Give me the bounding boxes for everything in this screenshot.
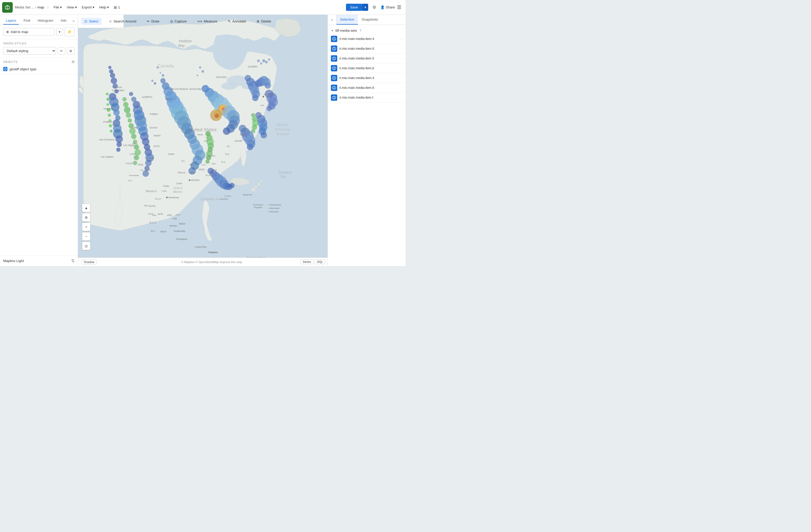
tiff-count: 7 [359, 29, 361, 32]
svg-text:CHIM.: CHIM. [163, 185, 170, 187]
sidebar-right-collapse-button[interactable]: » [328, 15, 336, 25]
saved-styles-select[interactable]: Default styling [3, 47, 56, 55]
svg-text:WYO.: WYO. [154, 145, 160, 147]
svg-text:MAINE: MAINE [235, 140, 242, 142]
svg-point-187 [133, 161, 137, 165]
svg-point-173 [265, 61, 268, 63]
svg-text:• Guadeloupe: • Guadeloupe [268, 204, 281, 206]
media-item-1[interactable]: ri.mio.main.media-item.6 [328, 44, 406, 54]
media-item-3[interactable]: ri.mio.main.media-item.b [328, 63, 406, 73]
timeline-button[interactable]: Timeline [81, 260, 97, 264]
breadcrumb-current: map [37, 5, 44, 9]
sidebar-right: » Selection Snapshots ▼ tiff-media-sets … [327, 15, 406, 266]
svg-text:IOWA: IOWA [168, 153, 174, 155]
tab-snapshots[interactable]: Snapshots [358, 15, 381, 25]
sidebar-collapse-button[interactable]: » [73, 19, 75, 23]
svg-text:Ocean: Ocean [276, 132, 289, 136]
object-item-geotiff[interactable]: geotiff object type [3, 66, 75, 72]
zoom-in-button[interactable]: + [82, 223, 90, 231]
tab-layers[interactable]: Layers [3, 17, 19, 25]
svg-point-62 [113, 109, 120, 116]
svg-text:Costa Rica: Costa Rica [195, 246, 206, 248]
media-item-2[interactable]: ri.mio.main.media-item.5 . [328, 54, 406, 63]
media-item-name-0: ri.mio.main.media-item.4 [339, 37, 397, 41]
tiff-header[interactable]: ▼ tiff-media-sets 7 [328, 27, 406, 34]
lightning-button[interactable]: ⚡ [64, 28, 75, 36]
svg-text:Los Angeles: Los Angeles [101, 155, 114, 158]
layers-count-btn[interactable]: ⊞ 1 [112, 4, 122, 11]
select-tool[interactable]: ⊡ Select [81, 18, 102, 25]
save-button[interactable]: Save [346, 4, 362, 11]
view-menu[interactable]: View ▾ [64, 4, 79, 10]
objects-filter-button[interactable]: ⊞ [72, 60, 75, 64]
svg-point-170 [257, 60, 260, 62]
svg-text:Calgary: Calgary [150, 113, 158, 115]
oql-button[interactable]: OQL [315, 260, 325, 264]
objects-header: OBJECTS ⊞ [3, 60, 75, 64]
svg-text:COLUMBIA: COLUMBIA [112, 89, 124, 92]
svg-point-205 [266, 106, 272, 111]
media-item-6[interactable]: ri.mio.main.media-item.f [328, 93, 406, 103]
svg-text:NEV.: NEV. [133, 142, 138, 145]
add-to-map-button[interactable]: ⊕ Add to map [3, 28, 55, 36]
add-to-map-dropdown[interactable]: ▾ [56, 28, 63, 36]
svg-text:GA.: GA. [213, 169, 218, 171]
svg-text:ALA.: ALA. [205, 174, 211, 177]
recenter-button[interactable]: ⊕ [82, 213, 90, 222]
basemap-select[interactable]: Mapbox Light [3, 259, 71, 263]
export-menu[interactable]: Export ▾ [80, 4, 96, 10]
delete-icon: ⊗ [257, 19, 260, 23]
help-menu[interactable]: Help ▾ [97, 4, 111, 10]
svg-text:United States: United States [189, 127, 217, 132]
svg-text:GUAN.: GUAN. [148, 205, 156, 207]
media-item-0[interactable]: ri.mio.main.media-item.4 … [328, 34, 406, 44]
zoom-out-button[interactable]: − [82, 232, 90, 240]
series-button[interactable]: Series [301, 260, 313, 264]
media-item-name-1: ri.mio.main.media-item.6 [339, 47, 402, 50]
sidebar-toggle-button[interactable]: ☰ [397, 4, 401, 10]
svg-point-176 [123, 102, 128, 107]
svg-text:Mexico: Mexico [146, 189, 157, 193]
sidebar-right-tabs: » Selection Snapshots [328, 15, 406, 25]
svg-point-275 [166, 197, 168, 198]
media-item-dots-2[interactable]: . [401, 57, 402, 60]
svg-text:N.H.: N.H. [243, 128, 248, 131]
svg-text:Vancouver: Vancouver [103, 107, 114, 110]
draw-tool[interactable]: ✏ Draw [144, 18, 163, 25]
media-item-dots-0[interactable]: … [399, 37, 402, 41]
media-item-name-2: ri.mio.main.media-item.5 [339, 57, 399, 60]
svg-text:TEN.: TEN. [211, 162, 216, 165]
breadcrumb-parent[interactable]: Media Set ... [15, 5, 34, 9]
annotate-tool[interactable]: ✎ Annotate [225, 18, 249, 25]
svg-text:Cartagena: Cartagena [208, 251, 218, 254]
share-icon: 👤 [380, 5, 385, 9]
bottom-right-buttons: Series OQL [299, 257, 327, 266]
tab-selection[interactable]: Selection [336, 15, 358, 25]
save-dropdown-button[interactable]: ▾ [362, 4, 368, 11]
media-item-5[interactable]: ri.mio.main.media-item.6 [328, 83, 406, 93]
share-button[interactable]: 👤 Share [380, 5, 395, 9]
svg-point-167 [199, 66, 201, 68]
compass-button[interactable]: ▲ [82, 204, 90, 212]
locate-button[interactable]: ◎ [82, 242, 90, 250]
style-edit-button[interactable]: ✏ [58, 47, 65, 54]
search-around-tool[interactable]: ⊹ Search Around [106, 18, 139, 25]
tab-info[interactable]: Info [58, 17, 69, 25]
svg-text:WIS.: WIS. [204, 140, 209, 142]
breadcrumb: Media Set ... › map ☆ [15, 5, 49, 9]
tab-find[interactable]: Find [21, 17, 33, 25]
svg-text:SIN.: SIN. [144, 204, 148, 207]
delete-tool[interactable]: ⊗ Delete [254, 18, 274, 25]
map-area[interactable]: Hudson Bay Canada United States Mexico N… [78, 15, 327, 266]
svg-text:Portland: Portland [103, 121, 112, 123]
svg-point-70 [129, 92, 133, 96]
breadcrumb-star[interactable]: ☆ [46, 5, 49, 9]
svg-text:Monter...: Monter... [170, 224, 179, 227]
capture-tool[interactable]: ◎ Capture [167, 18, 190, 25]
media-item-4[interactable]: ri.mio.main.media-item.4 [328, 73, 406, 83]
settings-button[interactable]: ⚙ [370, 4, 378, 11]
style-add-button[interactable]: ⊕ [67, 47, 75, 54]
measure-tool[interactable]: ⟺ Measure [194, 18, 220, 25]
tab-histogram[interactable]: Histogram [35, 17, 56, 25]
file-menu[interactable]: File ▾ [51, 4, 64, 10]
